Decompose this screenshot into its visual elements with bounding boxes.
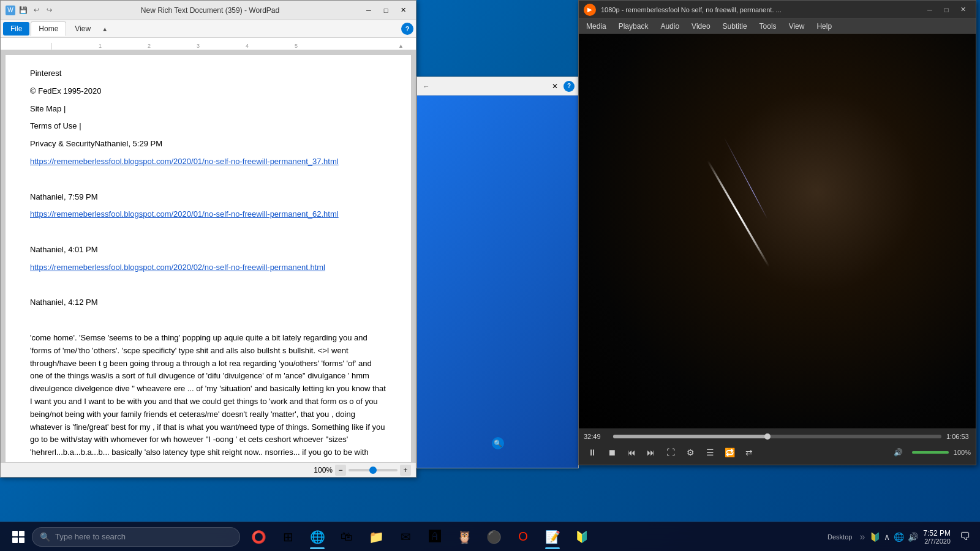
notification-center-button[interactable]: 🗨: [956, 523, 975, 550]
vlc-fullscreen-button[interactable]: ⛶: [662, 444, 679, 461]
vlc-progress-row: 32:49 1:06:53: [584, 433, 971, 440]
tray-expand-button[interactable]: ∧: [884, 532, 890, 542]
vlc-menu-audio[interactable]: Audio: [655, 21, 684, 32]
doc-line-fedex: © FedEx 1995-2020: [30, 85, 386, 98]
vlc-playlist-button[interactable]: ☰: [701, 444, 718, 461]
document-scroll-area[interactable]: Pinterest © FedEx 1995-2020 Site Map | T…: [1, 50, 416, 462]
vlc-app-icon: ▶: [584, 4, 596, 16]
clock-date: 2/7/2020: [923, 538, 951, 545]
zoom-value: 100%: [314, 466, 333, 474]
start-icon: [11, 530, 26, 544]
document-container: Pinterest © FedEx 1995-2020 Site Map | T…: [1, 50, 416, 462]
vlc-maximize-button[interactable]: □: [938, 4, 954, 16]
taskbar-app-amazon[interactable]: 🅰: [421, 523, 448, 550]
taskbar-app-taskswitcher[interactable]: ⊞: [274, 523, 301, 550]
vlc-menu-help[interactable]: Help: [812, 21, 837, 32]
tab-file[interactable]: File: [3, 22, 29, 36]
taskbar-search[interactable]: 🔍: [32, 527, 240, 547]
taskbar-right: Desktop » 🔰 ∧ 🌐 🔊 7:52 PM 2/7/2020 🗨: [825, 523, 975, 550]
wordpad-close-button[interactable]: ✕: [395, 4, 411, 17]
taskbar-app-store[interactable]: 🛍: [333, 523, 360, 550]
taskbar-app-media[interactable]: ⚫: [480, 523, 507, 550]
vlc-menu-video[interactable]: Video: [687, 21, 715, 32]
taskbar-app-explorer[interactable]: 📁: [363, 523, 390, 550]
mini-search-icon[interactable]: 🔍: [492, 437, 504, 449]
taskbar-clock[interactable]: 7:52 PM 2/7/2020: [923, 529, 951, 545]
desktop: 🗑️ Recycle Bin 📁 New folder W 💾 ↩ ↪ New …: [0, 0, 980, 551]
tab-view[interactable]: View: [67, 22, 98, 36]
doc-line-pinterest: Pinterest: [30, 67, 386, 80]
vlc-progress-fill: [613, 435, 767, 438]
doc-link-1[interactable]: https://rememeberlessfool.blogspot.com/2…: [30, 157, 339, 166]
search-icon: 🔍: [40, 532, 50, 542]
vlc-menu-view[interactable]: View: [784, 21, 810, 32]
vlc-buttons-row: ⏸ ⏹ ⏮ ⏭ ⛶ ⚙ ☰ 🔁 ⇄ 🔊 100%: [584, 444, 971, 461]
zoom-control: 100% − +: [314, 465, 411, 476]
vlc-progress-thumb: [764, 433, 771, 440]
vlc-prev-button[interactable]: ⏮: [623, 444, 640, 461]
ribbon-collapse-button[interactable]: ▲: [102, 26, 108, 32]
tab-home[interactable]: Home: [31, 21, 66, 36]
vlc-extended-button[interactable]: ⚙: [682, 444, 699, 461]
vlc-menu-tools[interactable]: Tools: [755, 21, 782, 32]
vlc-menu-media[interactable]: Media: [581, 21, 611, 32]
zoom-in-button[interactable]: +: [400, 465, 411, 476]
doc-line-sitemap: Site Map |: [30, 103, 386, 116]
doc-line-privacy: Privacy & SecurityNathaniel, 5:29 PM: [30, 138, 386, 151]
vlc-pause-button[interactable]: ⏸: [584, 444, 601, 461]
vlc-controls-area: 32:49 1:06:53 ⏸ ⏹ ⏮ ⏭ ⛶ ⚙ ☰ 🔁 ⇄ 🔊: [579, 429, 976, 465]
show-desktop-label[interactable]: Desktop: [825, 533, 854, 541]
zoom-thumb: [369, 467, 377, 474]
vlc-progress-bar[interactable]: [613, 435, 941, 438]
save-quick-icon[interactable]: 💾: [18, 5, 29, 16]
wordpad-minimize-button[interactable]: ─: [361, 4, 377, 17]
wordpad-maximize-button[interactable]: □: [378, 4, 394, 17]
doc-link-3[interactable]: https://rememeberlessfool.blogspot.com/2…: [30, 263, 325, 272]
taskbar: 🔍 ⭕ ⊞ 🌐 🛍 📁 ✉ 🅰 🦉 ⚫ O 📝 🔰 Desktop » 🔰: [0, 522, 980, 551]
mini-back-button[interactable]: ←: [421, 81, 432, 92]
mini-browser-toolbar: ← ✕ ?: [417, 77, 578, 96]
start-button[interactable]: [5, 523, 32, 550]
vlc-menu-bar: Media Playback Audio Video Subtitle Tool…: [579, 19, 976, 34]
clock-time: 7:52 PM: [923, 529, 951, 538]
doc-line-nathaniel3: Nathaniel, 4:01 PM: [30, 244, 386, 257]
video-background: [579, 34, 976, 429]
taskbar-app-mail[interactable]: ✉: [392, 523, 419, 550]
tray-antivirus-icon[interactable]: 🔰: [870, 532, 880, 542]
zoom-out-button[interactable]: −: [335, 465, 346, 476]
tray-sound-icon[interactable]: 🔊: [908, 532, 918, 542]
svg-rect-6: [12, 538, 18, 543]
vlc-close-button[interactable]: ✕: [955, 4, 971, 16]
zoom-slider[interactable]: [349, 469, 398, 471]
mini-browser-content: 🔍: [417, 96, 578, 468]
taskbar-app-wordpad[interactable]: 📝: [539, 523, 566, 550]
vlc-video-area[interactable]: [579, 34, 976, 429]
taskbar-app-security[interactable]: 🔰: [568, 523, 595, 550]
mini-help-button[interactable]: ?: [564, 81, 575, 92]
vlc-menu-subtitle[interactable]: Subtitle: [718, 21, 752, 32]
taskbar-app-edge[interactable]: 🌐: [304, 523, 331, 550]
vlc-video-content: [579, 34, 976, 429]
redo-icon[interactable]: ↪: [43, 5, 55, 16]
vlc-stop-button[interactable]: ⏹: [603, 444, 620, 461]
ribbon-tab-list: File Home View ▲ ?: [1, 20, 416, 37]
vlc-minimize-button[interactable]: ─: [922, 4, 938, 16]
wordpad-app-icon: W: [6, 6, 15, 15]
tray-network-icon[interactable]: 🌐: [894, 532, 904, 542]
taskbar-app-tripadvisor[interactable]: 🦉: [451, 523, 478, 550]
mini-nav-buttons: ←: [421, 81, 432, 92]
vlc-next-button[interactable]: ⏭: [643, 444, 660, 461]
taskbar-app-opera[interactable]: O: [510, 523, 537, 550]
taskbar-app-cortana[interactable]: ⭕: [245, 523, 272, 550]
mini-close-button[interactable]: ✕: [549, 80, 561, 92]
vlc-mute-button[interactable]: 🔊: [890, 444, 907, 461]
vlc-menu-playback[interactable]: Playback: [614, 21, 654, 32]
search-input[interactable]: [55, 532, 227, 541]
vlc-volume-slider[interactable]: [912, 451, 949, 454]
wordpad-titlebar: W 💾 ↩ ↪ New Rich Text Document (359) - W…: [1, 1, 416, 20]
vlc-loop-button[interactable]: 🔁: [721, 444, 738, 461]
ribbon-help-button[interactable]: ?: [401, 23, 413, 35]
vlc-shuffle-button[interactable]: ⇄: [741, 444, 758, 461]
doc-link-2[interactable]: https://rememeberlessfool.blogspot.com/2…: [30, 209, 339, 219]
undo-icon[interactable]: ↩: [31, 5, 42, 16]
